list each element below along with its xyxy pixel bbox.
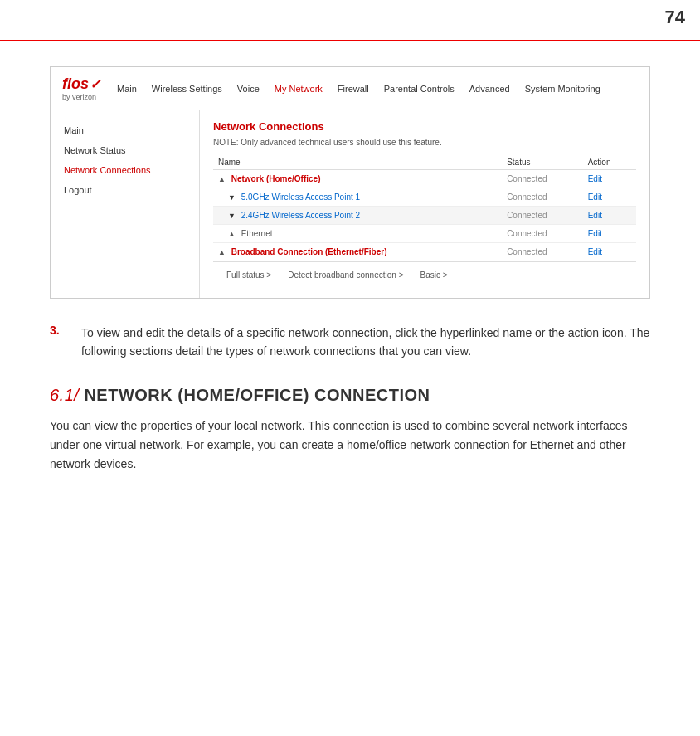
edit-link[interactable]: Edit [588,174,602,183]
nav-links: Main Wireless Settings Voice My Network … [117,84,600,94]
row-name: ▼ 2.4GHz Wireless Access Point 2 [213,207,502,225]
nav-wireless[interactable]: Wireless Settings [152,84,222,94]
top-divider [0,40,700,41]
nav-voice[interactable]: Voice [237,84,260,94]
row-action: Edit [583,225,636,243]
step-text: To view and edit the details of a specif… [81,324,650,361]
router-screenshot: fios✓ by verizon Main Wireless Settings … [50,66,650,299]
fios-logo: fios✓ by verizon [62,76,100,101]
pane-title: Network Connections [213,120,636,133]
nav-main[interactable]: Main [117,84,137,94]
sidebar-main[interactable]: Main [51,120,199,140]
edit-link[interactable]: Edit [588,247,602,256]
row-action: Edit [583,170,636,188]
row-status: Connected [502,225,583,243]
row-name: ▲ Ethernet [213,225,502,243]
pane-note: NOTE: Only advanced technical users shou… [213,138,636,147]
row-status: Connected [502,170,583,188]
row-action: Edit [583,188,636,207]
section-number: 6.1/ [50,386,79,404]
logo-subtitle: by verizon [62,93,100,101]
row-name: ▼ 5.0GHz Wireless Access Point 1 [213,188,502,207]
basic-link[interactable]: Basic > [420,271,447,280]
nav-bar: fios✓ by verizon Main Wireless Settings … [51,67,649,110]
row-name: ▲ Broadband Connection (Ethernet/Fiber) [213,243,502,261]
main-layout: Main Network Status Network Connections … [51,110,649,298]
row-status: Connected [502,243,583,261]
nav-advanced[interactable]: Advanced [469,84,510,94]
bottom-links: Full status > Detect broadband connectio… [213,261,636,288]
network-home-link[interactable]: Network (Home/Office) [231,174,321,183]
page-number: 74 [665,7,685,28]
edit-link[interactable]: Edit [588,211,602,220]
row-name: ▲ Network (Home/Office) [213,170,502,188]
row-action: Edit [583,207,636,225]
table-row: ▲ Network (Home/Office) Connected Edit [213,170,636,188]
row-action: Edit [583,243,636,261]
logo-text: fios [62,76,89,93]
section-body: You can view the properties of your loca… [50,417,650,474]
table-row: ▼ 5.0GHz Wireless Access Point 1 Connect… [213,188,636,207]
col-action: Action [583,155,636,170]
section-title: NETWORK (HOME/OFFICE) CONNECTION [79,386,430,404]
full-status-link[interactable]: Full status > [226,271,271,280]
broadband-link[interactable]: Broadband Connection (Ethernet/Fiber) [231,247,387,256]
connections-table: Name Status Action ▲ Network (Home/Offic… [213,155,636,261]
sidebar-logout[interactable]: Logout [51,180,199,200]
content-pane: Network Connections NOTE: Only advanced … [200,110,649,298]
table-row: ▲ Ethernet Connected Edit [213,225,636,243]
edit-link[interactable]: Edit [588,229,602,238]
wifi5-link[interactable]: 5.0GHz Wireless Access Point 1 [241,193,360,202]
edit-link[interactable]: Edit [588,193,602,202]
sidebar-network-status[interactable]: Network Status [51,140,199,160]
nav-monitoring[interactable]: System Monitoring [525,84,600,94]
section-heading: 6.1/ NETWORK (HOME/OFFICE) CONNECTION [50,386,650,405]
step-number: 3. [50,324,70,361]
nav-firewall[interactable]: Firewall [338,84,369,94]
wifi24-link[interactable]: 2.4GHz Wireless Access Point 2 [241,211,360,220]
col-name: Name [213,155,502,170]
fios-logo-text: fios✓ [62,76,100,93]
logo-checkmark: ✓ [90,76,100,92]
sidebar-network-connections[interactable]: Network Connections [51,160,199,180]
ethernet-name: Ethernet [241,229,273,238]
step-3-section: 3. To view and edit the details of a spe… [50,324,650,361]
row-status: Connected [502,207,583,225]
col-status: Status [502,155,583,170]
sidebar: Main Network Status Network Connections … [51,110,200,298]
nav-mynetwork[interactable]: My Network [275,84,323,94]
table-row: ▲ Broadband Connection (Ethernet/Fiber) … [213,243,636,261]
row-status: Connected [502,188,583,207]
table-row: ▼ 2.4GHz Wireless Access Point 2 Connect… [213,207,636,225]
nav-parental[interactable]: Parental Controls [384,84,455,94]
detect-broadband-link[interactable]: Detect broadband connection > [288,271,403,280]
